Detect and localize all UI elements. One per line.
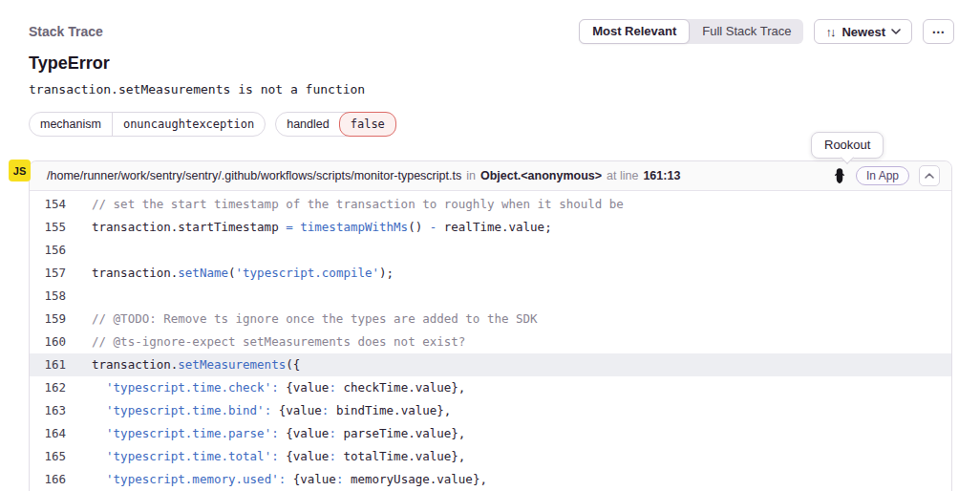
stack-trace-toolbar: Stack Trace Most Relevant Full Stack Tra… — [29, 19, 954, 44]
tag-list: mechanism onuncaughtexception handled fa… — [29, 112, 396, 137]
code-text — [66, 285, 92, 308]
sort-newest-button[interactable]: ↑↓ Newest — [814, 19, 912, 44]
tag-handled[interactable]: handled false — [275, 112, 396, 137]
line-number: 159 — [30, 308, 66, 331]
frame-function-name: Object.<anonymous> — [480, 169, 602, 182]
line-number: 162 — [30, 376, 66, 399]
line-number: 165 — [30, 445, 66, 468]
sort-arrows-icon: ↑↓ — [825, 25, 836, 39]
line-number: 154 — [30, 193, 66, 216]
code-line: 162 'typescript.time.check': {value: che… — [30, 376, 951, 399]
line-number: 161 — [30, 353, 66, 376]
chevron-up-icon — [925, 173, 934, 179]
code-line: 154// set the start timestamp of the tra… — [30, 193, 951, 216]
line-number: 160 — [30, 331, 66, 353]
tag-value-error: false — [339, 112, 396, 137]
code-text: transaction.setMeasurements({ — [66, 353, 300, 376]
code-text — [66, 239, 92, 262]
frame-header[interactable]: /home/runner/work/sentry/sentry/.github/… — [30, 161, 951, 191]
code-line: 164 'typescript.time.parse': {value: par… — [30, 422, 951, 445]
rookout-tooltip-label: Rookout — [824, 138, 870, 152]
section-title: Stack Trace — [29, 24, 103, 39]
tag-value: onuncaughtexception — [112, 113, 265, 136]
in-app-badge: In App — [856, 166, 909, 185]
frame-line-position: 161:13 — [643, 169, 680, 182]
frame-at-line-word: at line — [607, 169, 638, 182]
code-text: 'typescript.time.bind': {value: bindTime… — [66, 399, 451, 422]
line-number: 155 — [30, 216, 66, 239]
code-line: 166 'typescript.memory.used': {value: me… — [30, 468, 951, 491]
line-number: 158 — [30, 285, 66, 308]
line-number: 166 — [30, 468, 66, 491]
tab-most-relevant[interactable]: Most Relevant — [579, 19, 690, 44]
code-text: 'typescript.time.parse': {value: parseTi… — [66, 422, 465, 445]
code-line: 157transaction.setName('typescript.compi… — [30, 262, 951, 285]
frame-file-path: /home/runner/work/sentry/sentry/.github/… — [47, 169, 461, 182]
sort-button-label: Newest — [842, 25, 885, 39]
code-text: 'typescript.time.check': {value: checkTi… — [66, 376, 465, 399]
code-line: 165 'typescript.time.total': {value: tot… — [30, 445, 951, 468]
code-text: 'typescript.time.total': {value: totalTi… — [66, 445, 465, 468]
code-text: // set the start timestamp of the transa… — [66, 193, 624, 216]
tag-key: mechanism — [30, 113, 112, 136]
rookout-tooltip: Rookout — [811, 132, 884, 159]
line-number: 156 — [30, 239, 66, 262]
error-message: transaction.setMeasurements is not a fun… — [29, 82, 365, 96]
code-context: 154// set the start timestamp of the tra… — [30, 191, 951, 491]
code-line-active: 161transaction.setMeasurements({ — [30, 353, 951, 376]
code-text: // @ts-ignore-expect setMeasurements doe… — [66, 331, 465, 353]
code-line: 155transaction.startTimestamp = timestam… — [30, 216, 951, 239]
line-number: 164 — [30, 422, 66, 445]
tag-key: handled — [276, 113, 340, 136]
collapse-frame-button[interactable] — [919, 165, 940, 186]
javascript-platform-badge: JS — [9, 160, 31, 181]
rookout-icon[interactable] — [833, 167, 846, 184]
tag-mechanism[interactable]: mechanism onuncaughtexception — [29, 112, 266, 137]
code-text: 'typescript.memory.used': {value: memory… — [66, 468, 487, 491]
code-text: // @TODO: Remove ts ignore once the type… — [66, 308, 538, 331]
error-type-title: TypeError — [29, 53, 110, 74]
code-line: 159// @TODO: Remove ts ignore once the t… — [30, 308, 951, 331]
rookout-logo-icon — [833, 167, 846, 184]
frame-header-actions: In App — [833, 165, 940, 186]
code-line: 163 'typescript.time.bind': {value: bind… — [30, 399, 951, 422]
code-line: 158 — [30, 285, 951, 308]
frame-in-word: in — [466, 169, 476, 182]
code-line: 160// @ts-ignore-expect setMeasurements … — [30, 331, 951, 353]
code-text: transaction.startTimestamp = timestampWi… — [66, 216, 552, 239]
ellipsis-icon: ⋯ — [932, 24, 946, 39]
code-line: 156 — [30, 239, 951, 262]
code-text: transaction.setName('typescript.compile'… — [66, 262, 394, 285]
more-options-button[interactable]: ⋯ — [923, 19, 954, 44]
line-number: 163 — [30, 399, 66, 422]
toolbar-controls: Most Relevant Full Stack Trace ↑↓ Newest… — [579, 19, 954, 44]
stack-trace-view-toggle: Most Relevant Full Stack Trace — [579, 19, 803, 44]
chevron-down-icon — [891, 29, 901, 34]
line-number: 157 — [30, 262, 66, 285]
tab-full-stack-trace[interactable]: Full Stack Trace — [690, 19, 803, 44]
stack-frame: JS /home/runner/work/sentry/sentry/.gith… — [29, 160, 952, 491]
